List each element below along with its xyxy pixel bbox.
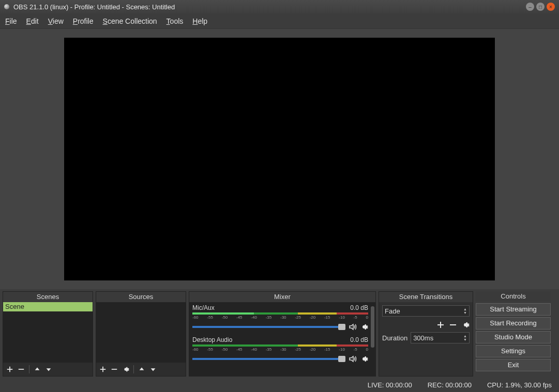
exit-button[interactable]: Exit bbox=[476, 359, 551, 371]
statusbar: LIVE: 00:00:00 REC: 00:00:00 CPU: 1.9%, … bbox=[0, 378, 559, 392]
volume-slider[interactable] bbox=[192, 358, 345, 360]
channel-level: 0.0 dB bbox=[350, 336, 368, 343]
titlebar: OBS 21.1.0 (linux) - Profile: Untitled -… bbox=[0, 0, 559, 13]
start-streaming-button[interactable]: Start Streaming bbox=[476, 303, 551, 316]
mixer-title: Mixer bbox=[189, 292, 375, 302]
app-icon bbox=[4, 4, 9, 9]
sources-dock: Sources bbox=[96, 291, 186, 377]
menu-file[interactable]: File bbox=[5, 17, 17, 25]
channel-level: 0.0 dB bbox=[350, 304, 368, 311]
move-up-icon[interactable] bbox=[34, 366, 41, 373]
preview-canvas[interactable] bbox=[64, 38, 495, 280]
scenes-dock: Scenes Scene bbox=[3, 291, 93, 377]
menubar: File Edit View Profile Scene Collection … bbox=[0, 13, 559, 29]
transitions-body: Fade ▲▼ Duration 300ms ▲▼ bbox=[379, 302, 473, 347]
scenes-toolbar bbox=[3, 363, 93, 376]
vu-meter bbox=[192, 312, 368, 315]
menu-tools[interactable]: Tools bbox=[167, 17, 184, 25]
sources-title: Sources bbox=[96, 292, 186, 302]
mixer-channel-desktop: Desktop Audio 0.0 dB -60-55-50-45-40-35-… bbox=[192, 336, 368, 363]
start-recording-button[interactable]: Start Recording bbox=[476, 317, 551, 330]
menu-help[interactable]: Help bbox=[192, 17, 207, 25]
spinner-icon[interactable]: ▲▼ bbox=[463, 334, 467, 341]
duration-label: Duration bbox=[382, 334, 407, 342]
studio-mode-button[interactable]: Studio Mode bbox=[476, 331, 551, 343]
move-down-icon[interactable] bbox=[45, 366, 52, 373]
remove-icon[interactable] bbox=[18, 366, 25, 373]
move-down-icon[interactable] bbox=[149, 366, 157, 373]
minimize-button[interactable]: – bbox=[526, 3, 534, 11]
gear-icon[interactable] bbox=[122, 366, 129, 373]
preview-area bbox=[0, 29, 559, 289]
vu-meter bbox=[192, 344, 368, 347]
mixer-dock: Mixer Mic/Aux 0.0 dB -60-55-50-45-40-35-… bbox=[189, 291, 376, 377]
duration-value: 300ms bbox=[413, 334, 433, 342]
volume-slider[interactable] bbox=[192, 326, 345, 328]
add-icon[interactable] bbox=[99, 366, 107, 373]
mixer-channel-mic: Mic/Aux 0.0 dB -60-55-50-45-40-35-30-25-… bbox=[192, 304, 368, 331]
transitions-title: Scene Transitions bbox=[379, 292, 473, 302]
mixer-body: Mic/Aux 0.0 dB -60-55-50-45-40-35-30-25-… bbox=[189, 302, 375, 376]
sources-list[interactable] bbox=[96, 302, 186, 363]
controls-title: Controls bbox=[476, 291, 551, 302]
scenes-title: Scenes bbox=[3, 292, 93, 302]
scene-item[interactable]: Scene bbox=[3, 302, 93, 311]
status-rec: REC: 00:00:00 bbox=[428, 381, 472, 389]
gear-icon[interactable] bbox=[360, 355, 368, 363]
chevron-updown-icon: ▲▼ bbox=[463, 307, 467, 315]
remove-icon[interactable] bbox=[449, 321, 457, 329]
gear-icon[interactable] bbox=[360, 323, 368, 331]
duration-input[interactable]: 300ms ▲▼ bbox=[411, 332, 470, 343]
move-up-icon[interactable] bbox=[138, 366, 145, 373]
menu-scene-collection[interactable]: Scene Collection bbox=[103, 17, 157, 25]
status-cpu: CPU: 1.9%, 30.00 fps bbox=[487, 381, 552, 389]
vu-ticks: -60-55-50-45-40-35-30-25-20-15-10-50 bbox=[192, 315, 368, 320]
close-button[interactable]: × bbox=[547, 3, 555, 11]
sources-toolbar bbox=[96, 363, 186, 376]
menu-profile[interactable]: Profile bbox=[73, 17, 94, 25]
menu-edit[interactable]: Edit bbox=[26, 17, 39, 25]
menu-view[interactable]: View bbox=[48, 17, 64, 25]
speaker-icon[interactable] bbox=[349, 323, 357, 331]
mixer-scrollbar[interactable] bbox=[371, 306, 374, 348]
controls-dock: Controls Start Streaming Start Recording… bbox=[476, 291, 551, 377]
transition-select[interactable]: Fade ▲▼ bbox=[382, 305, 470, 317]
channel-name: Desktop Audio bbox=[192, 336, 232, 343]
add-icon[interactable] bbox=[6, 366, 13, 373]
scenes-list[interactable]: Scene bbox=[3, 302, 93, 363]
maximize-button[interactable]: □ bbox=[536, 3, 545, 11]
remove-icon[interactable] bbox=[111, 366, 118, 373]
transition-selected: Fade bbox=[385, 307, 400, 315]
channel-name: Mic/Aux bbox=[192, 304, 215, 311]
add-icon[interactable] bbox=[436, 321, 445, 329]
status-live: LIVE: 00:00:00 bbox=[368, 381, 412, 389]
settings-button[interactable]: Settings bbox=[476, 345, 551, 357]
window-title: OBS 21.1.0 (linux) - Profile: Untitled -… bbox=[13, 3, 526, 11]
speaker-icon[interactable] bbox=[349, 355, 357, 363]
vu-ticks: -60-55-50-45-40-35-30-25-20-15-10-50 bbox=[192, 347, 368, 352]
gear-icon[interactable] bbox=[461, 321, 470, 329]
transitions-dock: Scene Transitions Fade ▲▼ Duration 300ms… bbox=[379, 291, 473, 377]
